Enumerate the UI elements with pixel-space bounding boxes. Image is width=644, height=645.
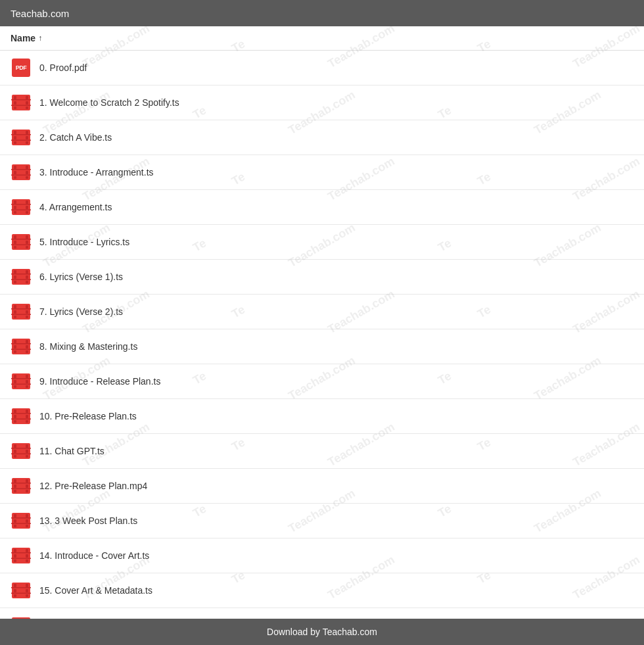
svg-rect-92 bbox=[14, 450, 16, 453]
svg-rect-71 bbox=[11, 349, 31, 350]
file-name: 1. Welcome to Scratch 2 Spotify.ts bbox=[39, 97, 179, 108]
list-item[interactable]: 11. Chat GPT.ts bbox=[0, 434, 644, 469]
svg-rect-107 bbox=[11, 489, 31, 490]
list-item[interactable]: 2. Catch A Vibe.ts bbox=[0, 120, 644, 155]
svg-rect-12 bbox=[14, 141, 16, 144]
svg-rect-25 bbox=[11, 169, 31, 170]
list-item[interactable]: 7. Lyrics (Verse 2).ts bbox=[0, 295, 644, 329]
svg-rect-39 bbox=[14, 246, 16, 249]
video-icon bbox=[11, 128, 32, 147]
svg-rect-69 bbox=[26, 350, 28, 353]
svg-rect-17 bbox=[11, 140, 31, 141]
file-name: 3. Introduce - Arrangment.ts bbox=[39, 167, 154, 178]
svg-rect-113 bbox=[26, 519, 28, 523]
svg-rect-89 bbox=[11, 419, 31, 420]
svg-rect-47 bbox=[14, 275, 16, 279]
svg-rect-122 bbox=[26, 554, 28, 558]
svg-rect-114 bbox=[26, 525, 28, 527]
file-name: 8. Mixing & Mastering.ts bbox=[39, 341, 137, 352]
file-name: 7. Lyrics (Verse 2).ts bbox=[39, 306, 123, 317]
svg-rect-59 bbox=[26, 310, 28, 314]
list-item[interactable]: 4. Arrangement.ts bbox=[0, 190, 644, 225]
svg-rect-95 bbox=[26, 450, 28, 453]
svg-rect-6 bbox=[26, 107, 28, 109]
file-name: 14. Introduce - Cover Art.ts bbox=[39, 550, 149, 561]
svg-rect-121 bbox=[26, 549, 28, 552]
svg-rect-129 bbox=[14, 594, 16, 597]
svg-rect-110 bbox=[14, 519, 16, 523]
video-icon bbox=[11, 163, 32, 181]
list-item[interactable]: 9. Introduce - Release Plan.ts bbox=[0, 364, 644, 399]
list-item[interactable]: 10. Pre-Release Plan.ts bbox=[0, 399, 644, 434]
file-name: 6. Lyrics (Verse 1).ts bbox=[39, 272, 123, 282]
svg-rect-94 bbox=[26, 444, 28, 448]
svg-rect-87 bbox=[26, 420, 28, 423]
svg-rect-60 bbox=[26, 316, 28, 318]
list-item[interactable]: 14. Introduce - Cover Art.ts bbox=[0, 538, 644, 573]
svg-rect-106 bbox=[11, 483, 31, 484]
svg-rect-33 bbox=[26, 211, 28, 214]
svg-rect-29 bbox=[14, 206, 16, 209]
file-name: 10. Pre-Release Plan.ts bbox=[39, 411, 137, 421]
svg-rect-86 bbox=[26, 415, 28, 418]
svg-rect-116 bbox=[11, 523, 31, 525]
header-bar: Teachab.com bbox=[0, 0, 644, 26]
svg-rect-35 bbox=[11, 210, 31, 211]
video-icon bbox=[11, 442, 32, 460]
list-item[interactable]: 8. Mixing & Mastering.ts bbox=[0, 329, 644, 364]
video-icon bbox=[11, 407, 32, 425]
video-icon bbox=[11, 372, 32, 391]
list-item[interactable]: PDF 0. Proof.pdf bbox=[0, 51, 644, 85]
list-item[interactable]: 12. Pre-Release Plan.mp4 bbox=[0, 469, 644, 504]
svg-rect-127 bbox=[14, 584, 16, 587]
sort-arrow: ↑ bbox=[38, 34, 42, 43]
svg-rect-30 bbox=[14, 211, 16, 214]
file-name: 11. Chat GPT.ts bbox=[39, 446, 104, 456]
svg-rect-16 bbox=[11, 134, 31, 135]
video-icon bbox=[11, 546, 32, 565]
svg-rect-43 bbox=[11, 239, 31, 240]
svg-rect-20 bbox=[14, 171, 16, 174]
list-item[interactable]: 6. Lyrics (Verse 1).ts bbox=[0, 260, 644, 295]
svg-rect-37 bbox=[14, 235, 16, 239]
svg-rect-15 bbox=[26, 141, 28, 144]
svg-rect-98 bbox=[11, 454, 31, 455]
video-icon bbox=[11, 233, 32, 251]
svg-rect-74 bbox=[14, 380, 16, 383]
list-item[interactable]: 15. Cover Art & Metadata.ts bbox=[0, 573, 644, 608]
list-item[interactable]: 1. Welcome to Scratch 2 Spotify.ts bbox=[0, 85, 644, 120]
file-name: 0. Proof.pdf bbox=[39, 62, 87, 73]
list-item[interactable]: 3. Introduce - Arrangment.ts bbox=[0, 155, 644, 190]
column-header[interactable]: Name ↑ bbox=[0, 26, 644, 51]
svg-rect-118 bbox=[14, 549, 16, 552]
svg-rect-24 bbox=[26, 176, 28, 179]
file-name: 4. Arrangement.ts bbox=[39, 202, 112, 212]
svg-rect-55 bbox=[14, 305, 16, 308]
svg-rect-34 bbox=[11, 204, 31, 205]
svg-rect-77 bbox=[26, 380, 28, 383]
svg-rect-97 bbox=[11, 448, 31, 449]
svg-rect-57 bbox=[14, 316, 16, 318]
svg-rect-32 bbox=[26, 206, 28, 209]
file-name: 13. 3 Week Post Plan.ts bbox=[39, 515, 137, 526]
file-name: 12. Pre-Release Plan.mp4 bbox=[39, 481, 147, 491]
file-name: 2. Catch A Vibe.ts bbox=[39, 132, 112, 143]
svg-rect-5 bbox=[26, 101, 28, 105]
svg-rect-119 bbox=[14, 554, 16, 558]
list-item[interactable]: 13. 3 Week Post Plan.ts bbox=[0, 504, 644, 538]
svg-rect-84 bbox=[14, 420, 16, 423]
pdf-icon: PDF bbox=[11, 59, 32, 77]
svg-rect-130 bbox=[26, 584, 28, 587]
svg-rect-1 bbox=[14, 96, 16, 99]
svg-rect-82 bbox=[14, 410, 16, 413]
svg-rect-76 bbox=[26, 375, 28, 378]
svg-rect-79 bbox=[11, 378, 31, 379]
svg-rect-10 bbox=[14, 131, 16, 134]
video-icon bbox=[11, 302, 32, 321]
svg-rect-48 bbox=[14, 281, 16, 283]
file-name: 5. Introduce - Lyrics.ts bbox=[39, 237, 129, 247]
list-item[interactable]: 5. Introduce - Lyrics.ts bbox=[0, 225, 644, 260]
svg-rect-67 bbox=[26, 340, 28, 343]
svg-rect-68 bbox=[26, 345, 28, 348]
svg-rect-104 bbox=[26, 485, 28, 488]
